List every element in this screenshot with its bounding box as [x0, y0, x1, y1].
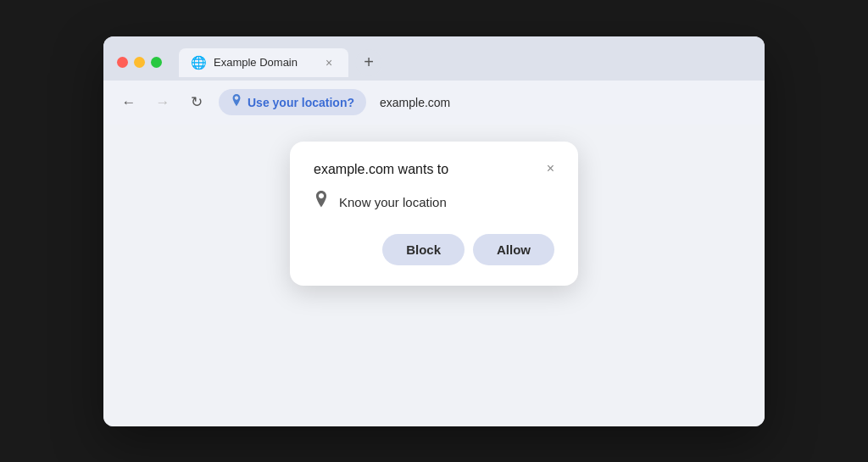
- close-button[interactable]: [117, 57, 128, 68]
- dialog-buttons: Block Allow: [314, 234, 554, 265]
- back-button[interactable]: ←: [117, 91, 141, 114]
- url-display: example.com: [380, 96, 450, 109]
- dialog-permission-row: Know your location: [314, 191, 554, 214]
- maximize-button[interactable]: [151, 57, 162, 68]
- allow-button[interactable]: Allow: [473, 234, 554, 265]
- browser-window: 🌐 Example Domain × + ← → ↻ Use your loca…: [103, 36, 765, 426]
- location-permission-pill[interactable]: Use your location?: [219, 89, 366, 115]
- permission-location-icon: [314, 191, 329, 214]
- tab-title: Example Domain: [214, 56, 298, 69]
- location-pin-icon: [231, 94, 242, 110]
- block-button[interactable]: Block: [382, 234, 465, 265]
- dialog-title: example.com wants to: [314, 162, 448, 177]
- active-tab[interactable]: 🌐 Example Domain ×: [179, 48, 348, 77]
- nav-bar: ← → ↻ Use your location? example.com: [103, 81, 765, 125]
- forward-button[interactable]: →: [151, 91, 175, 114]
- tab-favicon-icon: 🌐: [191, 55, 207, 70]
- reload-button[interactable]: ↻: [185, 91, 209, 114]
- location-pill-text: Use your location?: [248, 96, 354, 109]
- tab-bar: 🌐 Example Domain × +: [103, 36, 765, 81]
- permission-label: Know your location: [339, 195, 447, 209]
- dialog-close-button[interactable]: ×: [547, 162, 554, 175]
- new-tab-button[interactable]: +: [355, 49, 382, 76]
- page-content: example.com wants to × Know your locatio…: [103, 125, 765, 426]
- window-controls: [117, 57, 162, 68]
- minimize-button[interactable]: [134, 57, 145, 68]
- tab-close-button[interactable]: ×: [321, 55, 337, 70]
- permission-dialog: example.com wants to × Know your locatio…: [290, 142, 578, 286]
- dialog-header: example.com wants to ×: [314, 162, 554, 177]
